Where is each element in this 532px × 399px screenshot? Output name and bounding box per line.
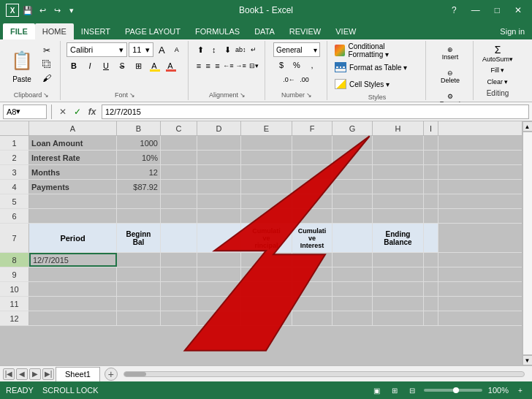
cell-h11[interactable] (373, 297, 424, 311)
cell-h12[interactable] (373, 311, 424, 325)
wrap-text-btn[interactable]: ↵ (248, 42, 260, 57)
col-header-f[interactable]: F (292, 121, 332, 136)
row-num-4[interactable]: 4 (0, 180, 29, 194)
fill-color-button[interactable]: A (147, 58, 162, 73)
increase-indent-btn[interactable]: →≡ (235, 58, 247, 73)
view-normal-btn[interactable]: ▣ (371, 384, 383, 396)
cell-f7[interactable]: CumulativeInterest (292, 224, 332, 253)
top-align-btn[interactable]: ⬆ (194, 42, 207, 57)
cell-f9[interactable] (292, 267, 332, 281)
cell-g9[interactable] (332, 267, 373, 281)
cell-g2[interactable] (332, 151, 373, 164)
cell-c9[interactable] (161, 267, 197, 281)
cell-a10[interactable] (29, 282, 117, 296)
cell-c3[interactable] (161, 165, 197, 179)
cell-c12[interactable] (161, 311, 197, 325)
cell-h3[interactable] (373, 165, 424, 179)
cell-e1[interactable] (241, 136, 292, 150)
save-quick-btn[interactable]: 💾 (22, 4, 34, 16)
add-sheet-btn[interactable]: + (104, 368, 118, 381)
tab-signin[interactable]: Sign in (493, 23, 532, 39)
cell-b7[interactable]: BeginnBal (117, 224, 161, 253)
cell-a9[interactable] (29, 267, 117, 281)
cell-d7[interactable] (197, 224, 241, 253)
font-color-button[interactable]: A (163, 58, 178, 73)
cell-f8[interactable] (292, 253, 332, 267)
fill-btn[interactable]: Fill ▾ (482, 64, 514, 76)
col-header-g[interactable]: G (332, 121, 373, 136)
tab-pagelayout[interactable]: PAGE LAYOUT (118, 23, 188, 39)
confirm-formula-btn[interactable]: ✓ (71, 105, 84, 118)
cell-h6[interactable] (373, 209, 424, 223)
close-btn[interactable]: ✕ (510, 4, 526, 17)
cell-i7[interactable] (424, 224, 438, 253)
cell-i9[interactable] (424, 267, 438, 281)
tab-insert[interactable]: INSERT (74, 23, 118, 39)
col-header-h[interactable]: H (373, 121, 424, 136)
undo-quick-btn[interactable]: ↩ (37, 4, 48, 16)
cell-f1[interactable] (292, 136, 332, 150)
cell-c1[interactable] (161, 136, 197, 150)
cell-g12[interactable] (332, 311, 373, 325)
cell-a6[interactable] (29, 209, 117, 223)
cell-a1[interactable]: Loan Amount (29, 136, 117, 150)
bold-button[interactable]: B (66, 58, 81, 73)
underline-button[interactable]: U (99, 58, 113, 73)
cell-a5[interactable] (29, 194, 117, 208)
row-num-7[interactable]: 7 (0, 224, 29, 253)
cell-e7[interactable]: Cumulativerincipal (241, 224, 292, 253)
col-header-i[interactable]: I (424, 121, 438, 136)
cell-h8[interactable] (373, 253, 424, 267)
middle-align-btn[interactable]: ↕ (208, 42, 220, 57)
sheet-nav-next[interactable]: ▶ (29, 368, 41, 380)
cell-e8[interactable] (241, 253, 292, 267)
sheet-tab-sheet1[interactable]: Sheet1 (56, 367, 100, 381)
cell-e10[interactable] (241, 282, 292, 296)
cell-f5[interactable] (292, 194, 332, 208)
cell-g11[interactable] (332, 297, 373, 311)
col-header-a[interactable]: A (29, 121, 117, 136)
cell-b9[interactable] (117, 267, 161, 281)
cell-d1[interactable] (197, 136, 241, 150)
alignment-expand-icon[interactable]: ↘ (240, 91, 246, 99)
scrollbar-track[interactable] (522, 132, 533, 355)
row-num-12[interactable]: 12 (0, 311, 29, 325)
cell-d3[interactable] (197, 165, 241, 179)
scroll-up-btn[interactable]: ▲ (522, 121, 533, 132)
format-as-table-btn[interactable]: Format as Table ▾ (333, 59, 421, 75)
increase-font-btn[interactable]: A (155, 42, 168, 57)
cell-c4[interactable] (161, 180, 197, 194)
cell-c5[interactable] (161, 194, 197, 208)
font-expand-icon[interactable]: ↘ (129, 91, 135, 99)
number-expand-icon[interactable]: ↘ (306, 91, 312, 99)
cell-h7[interactable]: EndingBalance (373, 224, 424, 253)
qa-dropdown-btn[interactable]: ▾ (66, 4, 77, 16)
cell-b12[interactable] (117, 311, 161, 325)
row-num-8[interactable]: 8 (0, 253, 29, 267)
cell-g5[interactable] (332, 194, 373, 208)
copy-button[interactable]: ⿻ (38, 58, 56, 71)
tab-home[interactable]: HOME (35, 23, 74, 39)
cancel-formula-btn[interactable]: ✕ (56, 105, 69, 118)
cell-f3[interactable] (292, 165, 332, 179)
font-name-dropdown[interactable]: Calibri ▾ (66, 42, 127, 57)
font-size-dropdown[interactable]: 11 ▾ (129, 42, 153, 57)
insert-cells-btn[interactable]: ⊕ Insert (436, 42, 465, 64)
cell-i4[interactable] (424, 180, 438, 194)
cell-i6[interactable] (424, 209, 438, 223)
col-header-d[interactable]: D (197, 121, 241, 136)
sheet-scrollbar[interactable] (123, 371, 525, 377)
tab-data[interactable]: DATA (247, 23, 282, 39)
percent-btn[interactable]: % (289, 58, 304, 72)
cell-g8[interactable] (332, 253, 373, 267)
conditional-formatting-btn[interactable]: Conditional Formatting ▾ (333, 42, 421, 58)
cell-h4[interactable] (373, 180, 424, 194)
border-button[interactable]: ⊞ (131, 58, 145, 73)
cell-b4[interactable]: $87.92 (117, 180, 161, 194)
cell-d5[interactable] (197, 194, 241, 208)
formula-input[interactable] (102, 104, 529, 119)
row-num-11[interactable]: 11 (0, 297, 29, 311)
cell-h1[interactable] (373, 136, 424, 150)
zoom-slider[interactable] (424, 389, 482, 392)
cell-e2[interactable] (241, 151, 292, 164)
